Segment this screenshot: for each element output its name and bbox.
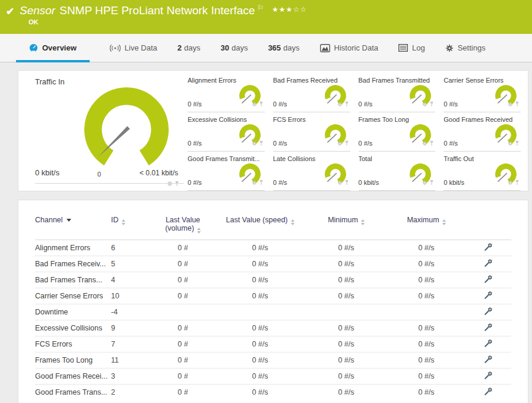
pin-icon[interactable] (515, 138, 520, 149)
pin-icon[interactable] (259, 177, 264, 188)
gear-icon[interactable] (508, 138, 513, 149)
mini-gauge-cell[interactable]: Late Collisions 0 #/s (273, 154, 350, 191)
priority-stars[interactable]: ★★★☆☆ (272, 5, 307, 14)
table-row: Good Frames Recei... 3 0 # 0 #/s 0 #/s 0… (35, 369, 511, 385)
main-gauge-dial (78, 83, 175, 172)
pin-icon[interactable] (515, 177, 520, 188)
gear-icon[interactable] (252, 177, 257, 188)
sort-desc-icon (66, 219, 71, 222)
channel-settings-icon[interactable] (484, 291, 493, 300)
col-header-id[interactable]: ID (111, 213, 150, 240)
tab-30-days[interactable]: 30 days (220, 34, 248, 62)
gear-icon[interactable] (508, 177, 513, 188)
mini-gauge-cell[interactable]: Traffic Out 0 kbit/s (444, 154, 521, 191)
channel-settings-icon[interactable] (484, 387, 493, 396)
sort-updown-icon (197, 228, 201, 234)
pin-icon[interactable] (429, 177, 434, 188)
channel-settings-icon[interactable] (484, 243, 493, 251)
pin-icon[interactable] (429, 138, 434, 149)
table-row: Downtime -4 (35, 304, 511, 320)
main-gauge-scale-min: 0 (97, 171, 101, 178)
channel-settings-icon[interactable] (484, 307, 493, 316)
sort-updown-icon (442, 219, 446, 225)
table-row: Carrier Sense Errors 10 0 # 0 #/s 0 #/s … (35, 288, 511, 304)
channel-settings-icon[interactable] (484, 275, 493, 284)
mini-gauge-cell[interactable]: Carrier Sense Errors 0 #/s (444, 75, 521, 112)
main-gauge-actions (167, 178, 179, 189)
status-ok-check-icon: ✔ (6, 5, 14, 18)
pin-icon[interactable] (175, 178, 179, 189)
pin-icon[interactable] (259, 99, 264, 109)
mini-gauge-cell[interactable]: Excessive Collisions 0 #/s (188, 115, 265, 152)
tab-historic-data[interactable]: Historic Data (320, 34, 378, 62)
gauge-icon (29, 43, 38, 52)
col-header-last-value-volume[interactable]: Last Value (volume) (150, 213, 216, 240)
gear-icon[interactable] (252, 99, 257, 109)
gear-icon[interactable] (422, 99, 428, 109)
gear-icon[interactable] (337, 138, 343, 149)
mini-gauge-grid: Alignment Errors 0 #/s Bad Frames Receiv… (188, 71, 528, 191)
col-header-last-value-speed[interactable]: Last Value (speed) (216, 213, 305, 240)
gear-icon[interactable] (422, 138, 428, 149)
gear-icon[interactable] (508, 99, 513, 109)
gear-icon (445, 44, 454, 52)
tab-bar: Overview Live Data 2 days 30 days 365 da… (0, 34, 532, 62)
tab-365-days[interactable]: 365 days (268, 34, 299, 62)
mini-gauge-cell[interactable]: Total 0 kbit/s (359, 154, 436, 191)
channel-settings-icon[interactable] (484, 259, 493, 267)
mini-gauge-cell[interactable]: Bad Frames Received 0 #/s (273, 75, 350, 112)
channel-table: Channel ID Last Value (volume) Last Valu… (35, 213, 511, 401)
mini-gauge-cell[interactable]: Bad Frames Transmitted 0 #/s (359, 75, 436, 112)
table-row: Excessive Collisions 9 0 # 0 #/s 0 #/s 0… (35, 320, 511, 336)
table-row: FCS Errors 7 0 # 0 #/s 0 #/s 0 #/s (35, 336, 511, 352)
gear-icon[interactable] (337, 99, 343, 109)
mini-gauge-cell[interactable]: FCS Errors 0 #/s (273, 115, 350, 152)
main-gauge-value: 0 kbit/s (35, 168, 59, 177)
stars-filled-icon[interactable]: ★★★ (272, 5, 293, 14)
sort-updown-icon (122, 219, 125, 225)
chart-icon (320, 44, 330, 52)
table-row: Good Frames Trans... 2 0 # 0 #/s 0 #/s 0… (35, 385, 511, 401)
table-row: Bad Frames Trans... 4 0 # 0 #/s 0 #/s 0 … (35, 272, 511, 288)
table-row: Alignment Errors 6 0 # 0 #/s 0 #/s 0 #/s (35, 240, 511, 256)
mini-gauge-cell[interactable]: Good Frames Received 0 #/s (444, 115, 521, 152)
gear-icon[interactable] (167, 178, 173, 189)
channel-settings-icon[interactable] (484, 371, 493, 380)
tab-log[interactable]: Log (398, 34, 425, 62)
pin-icon[interactable] (344, 177, 349, 188)
broadcast-icon (110, 44, 121, 52)
col-header-minimum[interactable]: Minimum (305, 213, 388, 240)
tab-live-data[interactable]: Live Data (110, 34, 157, 62)
pin-icon[interactable] (259, 138, 264, 149)
gear-icon[interactable] (422, 177, 428, 188)
mini-gauge-cell[interactable]: Frames Too Long 0 #/s (359, 115, 436, 152)
pin-icon[interactable] (429, 99, 434, 109)
tab-overview[interactable]: Overview (16, 34, 90, 62)
channel-settings-icon[interactable] (484, 323, 493, 332)
flag-icon[interactable]: ⚐ (257, 4, 264, 12)
pin-icon[interactable] (344, 138, 349, 149)
tab-2-days[interactable]: 2 days (178, 34, 201, 62)
channel-table-body: Alignment Errors 6 0 # 0 #/s 0 #/s 0 #/s… (35, 240, 511, 401)
col-header-actions (465, 213, 511, 240)
table-row: Frames Too Long 11 0 # 0 #/s 0 #/s 0 #/s (35, 352, 511, 369)
tab-settings[interactable]: Settings (445, 34, 486, 62)
col-header-channel[interactable]: Channel (35, 213, 111, 240)
gauges-panel: Traffic In 0 kbit/s 0 < 0.01 kbit/s Alig… (18, 70, 528, 191)
channel-table-panel: Channel ID Last Value (volume) Last Valu… (18, 200, 528, 403)
mini-gauge-cell[interactable]: Alignment Errors 0 #/s (188, 75, 265, 112)
gear-icon[interactable] (337, 177, 343, 188)
channel-settings-icon[interactable] (484, 355, 493, 364)
sensor-header: ✔ SensorSNMP HPE ProLiant Network Interf… (0, 0, 532, 34)
pin-icon[interactable] (344, 99, 349, 109)
sensor-title-line: SensorSNMP HPE ProLiant Network Interfac… (20, 4, 307, 17)
mini-gauge-cell[interactable]: Good Frames Transmit... 0 #/s (188, 154, 265, 191)
stars-empty-icon[interactable]: ☆☆ (293, 5, 307, 14)
gear-icon[interactable] (252, 138, 257, 149)
table-row: Bad Frames Receiv... 5 0 # 0 #/s 0 #/s 0… (35, 256, 511, 272)
main-gauge-baseline (35, 183, 184, 184)
traffic-in-gauge[interactable]: Traffic In 0 kbit/s 0 < 0.01 kbit/s (18, 71, 188, 191)
pin-icon[interactable] (515, 99, 520, 109)
col-header-maximum[interactable]: Maximum (388, 213, 465, 240)
channel-settings-icon[interactable] (484, 339, 493, 348)
